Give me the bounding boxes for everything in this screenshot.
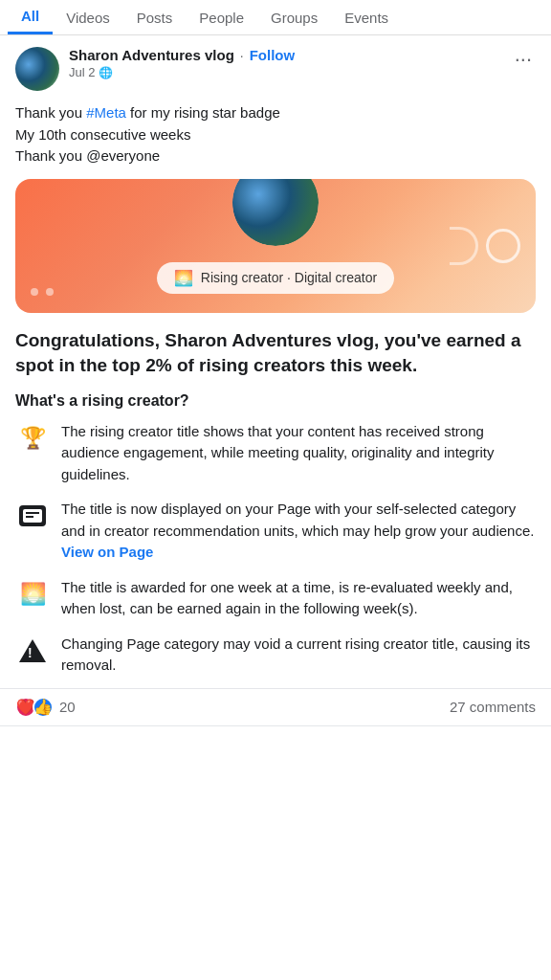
time-text: Jul 2 bbox=[69, 65, 95, 79]
more-options-button[interactable]: ··· bbox=[511, 47, 536, 72]
page-icon bbox=[15, 499, 50, 533]
sunrise-icon: 🌅 bbox=[174, 269, 193, 287]
avatar-image bbox=[15, 47, 59, 91]
author-line: Sharon Adventures vlog · Follow bbox=[69, 47, 295, 63]
warning-icon-shape bbox=[19, 637, 46, 664]
nav-all[interactable]: All bbox=[8, 0, 53, 34]
globe-icon: 🌐 bbox=[99, 66, 113, 79]
view-on-page-link[interactable]: View on Page bbox=[61, 544, 153, 560]
author-name[interactable]: Sharon Adventures vlog bbox=[69, 47, 234, 63]
info-item-sunrise: 🌅 The title is awarded for one week at a… bbox=[15, 577, 536, 620]
reactions-count: 20 bbox=[59, 699, 76, 715]
info-list: 🏆 The rising creator title shows that yo… bbox=[15, 421, 536, 677]
info-text-sunrise: The title is awarded for one week at a t… bbox=[61, 577, 536, 620]
nav-people[interactable]: People bbox=[186, 2, 257, 33]
comments-count[interactable]: 27 comments bbox=[450, 699, 536, 715]
post-header-left: Sharon Adventures vlog · Follow Jul 2 🌐 bbox=[15, 47, 295, 91]
nav-posts[interactable]: Posts bbox=[123, 2, 187, 33]
badge-label: Rising creator · Digital creator bbox=[201, 270, 377, 285]
post-footer: ❤️ 👍 20 27 comments bbox=[0, 688, 551, 725]
card-c-shape-decoration bbox=[450, 227, 478, 265]
post-time: Jul 2 🌐 bbox=[69, 65, 295, 79]
like-reaction: 👍 bbox=[33, 697, 54, 718]
card-avatar-circle bbox=[232, 179, 319, 246]
page-icon-box bbox=[19, 505, 46, 526]
follow-button[interactable]: Follow bbox=[250, 47, 296, 63]
warning-icon bbox=[15, 634, 50, 668]
whats-rising-creator-title: What's a rising creator? bbox=[15, 392, 536, 410]
avatar[interactable] bbox=[15, 47, 59, 91]
trophy-icon: 🏆 bbox=[15, 421, 50, 456]
info-item-trophy: 🏆 The rising creator title shows that yo… bbox=[15, 421, 536, 486]
info-text-warning: Changing Page category may void a curren… bbox=[61, 634, 536, 677]
card-dot-2 bbox=[46, 288, 54, 296]
text-line2: My 10th consecutive weeks bbox=[15, 126, 190, 143]
warning-triangle bbox=[19, 639, 46, 662]
card-dot-1 bbox=[31, 288, 38, 296]
post-content: Congratulations, Sharon Adventures vlog,… bbox=[0, 324, 551, 688]
dot-separator: · bbox=[240, 48, 244, 63]
card-dots-decoration bbox=[31, 288, 54, 296]
post-text: Thank you #Meta for my rising star badge… bbox=[0, 99, 551, 179]
rising-badge: 🌅 Rising creator · Digital creator bbox=[157, 262, 394, 294]
text-before-hashtag: Thank you bbox=[15, 104, 86, 121]
reactions-area[interactable]: ❤️ 👍 20 bbox=[15, 697, 76, 718]
hashtag-meta[interactable]: #Meta bbox=[86, 104, 126, 121]
sunrise-icon-2: 🌅 bbox=[15, 577, 50, 612]
nav-videos[interactable]: Videos bbox=[53, 2, 123, 33]
info-text-trophy: The rising creator title shows that your… bbox=[61, 421, 536, 486]
top-nav: All Videos Posts People Groups Events bbox=[0, 0, 551, 35]
page-icon-inner bbox=[23, 509, 42, 523]
card-avatar-image bbox=[232, 179, 319, 246]
info-item-page: The title is now displayed on your Page … bbox=[15, 499, 536, 564]
post: Sharon Adventures vlog · Follow Jul 2 🌐 … bbox=[0, 35, 551, 726]
text-after-hashtag: for my rising star badge bbox=[126, 104, 280, 121]
text-line3: Thank you @everyone bbox=[15, 147, 160, 164]
post-meta: Sharon Adventures vlog · Follow Jul 2 🌐 bbox=[69, 47, 295, 79]
post-header: Sharon Adventures vlog · Follow Jul 2 🌐 … bbox=[0, 35, 551, 99]
card-circle-decoration bbox=[486, 229, 520, 263]
info-text-page-before: The title is now displayed on your Page … bbox=[61, 501, 534, 539]
reaction-icons: ❤️ 👍 bbox=[15, 697, 50, 718]
info-text-page: The title is now displayed on your Page … bbox=[61, 499, 536, 564]
nav-events[interactable]: Events bbox=[331, 2, 402, 33]
rising-creator-card: 🌅 Rising creator · Digital creator bbox=[15, 179, 536, 313]
congrats-title: Congratulations, Sharon Adventures vlog,… bbox=[15, 328, 536, 379]
nav-groups[interactable]: Groups bbox=[257, 2, 331, 33]
info-item-warning: Changing Page category may void a curren… bbox=[15, 634, 536, 677]
